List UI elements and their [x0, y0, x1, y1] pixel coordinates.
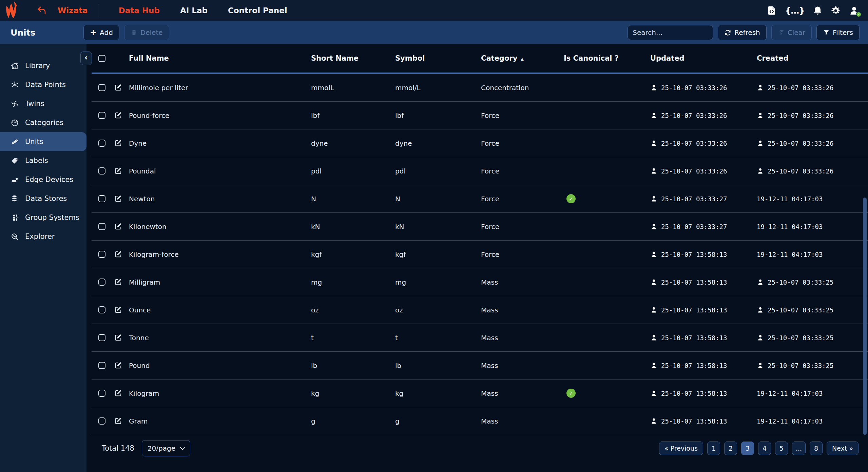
row-checkbox[interactable]	[98, 417, 105, 425]
nav-data-hub[interactable]: Data Hub	[119, 6, 160, 15]
pagination-previous-button[interactable]: « Previous	[659, 442, 703, 455]
sidebar-item-edge-devices[interactable]: Edge Devices	[0, 170, 86, 189]
explorer-icon	[10, 232, 19, 241]
column-header-full-name[interactable]: Full Name	[129, 54, 311, 62]
table-header: Full NameShort NameSymbolCategory▲Is Can…	[92, 44, 868, 74]
page-size-select[interactable]: 20/page	[142, 440, 190, 456]
pagination-page-2[interactable]: 2	[724, 442, 737, 455]
filter-icon	[823, 29, 830, 36]
edit-icon[interactable]	[114, 306, 129, 314]
edit-icon[interactable]	[114, 195, 129, 203]
pagination-page-1[interactable]: 1	[707, 442, 720, 455]
pagination-page-8[interactable]: 8	[810, 442, 823, 455]
braces-icon[interactable]: {…}	[785, 6, 805, 16]
cell-full-name: Millimole per liter	[129, 84, 311, 92]
pagination-page-3[interactable]: 3	[741, 442, 754, 455]
edit-icon[interactable]	[114, 223, 129, 230]
file-code-icon[interactable]	[767, 5, 777, 16]
search-input[interactable]	[628, 25, 713, 40]
sidebar-item-label: Data Stores	[25, 194, 67, 203]
cell-category: Mass	[481, 417, 564, 425]
pagination-page-[interactable]: ...	[792, 442, 806, 455]
nav-ai-lab[interactable]: AI Lab	[180, 6, 208, 15]
column-header-category[interactable]: Category▲	[481, 54, 564, 62]
edit-icon[interactable]	[114, 139, 129, 147]
sidebar-item-label: Library	[25, 62, 50, 70]
table-row: PoundlblbMass25-10-07 13:58:1325-10-07 0…	[92, 352, 868, 379]
column-header-is-canonical[interactable]: Is Canonical ?	[564, 54, 650, 62]
row-checkbox[interactable]	[98, 390, 105, 397]
sidebar-item-data-points[interactable]: Data Points	[0, 75, 86, 94]
row-checkbox[interactable]	[98, 195, 105, 202]
nav-wizata[interactable]: Wizata	[58, 6, 88, 15]
row-checkbox[interactable]	[98, 84, 105, 91]
row-checkbox[interactable]	[98, 112, 105, 119]
plus-icon: +	[90, 28, 97, 37]
user-icon	[757, 167, 764, 175]
wizata-flame-icon[interactable]	[3, 1, 19, 20]
cell-updated: 25-10-07 13:58:13	[650, 306, 757, 314]
column-header-updated[interactable]: Updated	[650, 54, 757, 62]
pagination-next-button[interactable]: Next »	[827, 442, 859, 455]
filters-button[interactable]: Filters	[816, 25, 860, 40]
delete-button[interactable]: Delete	[124, 25, 169, 40]
edit-icon[interactable]	[114, 417, 129, 425]
vertical-scrollbar[interactable]	[863, 198, 867, 435]
sidebar-item-data-stores[interactable]: Data Stores	[0, 189, 86, 208]
clear-filters-button[interactable]: Clear	[771, 25, 812, 40]
column-header-created[interactable]: Created	[757, 54, 868, 62]
nav-control-panel[interactable]: Control Panel	[228, 6, 287, 15]
cell-short-name: kgf	[311, 250, 395, 259]
cell-is-canonical: ✓	[564, 389, 650, 398]
edit-icon[interactable]	[114, 362, 129, 369]
back-arrow-icon[interactable]	[37, 5, 47, 16]
cell-full-name: Kilogram	[129, 389, 311, 397]
sidebar-item-explorer[interactable]: Explorer	[0, 227, 86, 246]
edit-icon[interactable]	[114, 250, 129, 258]
user-avatar-icon[interactable]: ✓	[849, 5, 860, 16]
user-icon	[650, 140, 657, 147]
row-checkbox[interactable]	[98, 306, 105, 313]
sidebar-item-twins[interactable]: Twins	[0, 94, 86, 113]
edit-icon[interactable]	[114, 278, 129, 286]
pagination-page-4[interactable]: 4	[758, 442, 771, 455]
units-icon	[10, 138, 19, 146]
column-header-symbol[interactable]: Symbol	[395, 54, 481, 62]
cell-symbol: oz	[395, 306, 481, 314]
cell-updated: 25-10-07 13:58:13	[650, 362, 757, 369]
cell-short-name: kg	[311, 389, 395, 397]
row-checkbox[interactable]	[98, 362, 105, 369]
sidebar-item-library[interactable]: Library	[0, 56, 86, 75]
bell-icon[interactable]	[813, 6, 823, 16]
row-checkbox[interactable]	[98, 334, 105, 341]
column-header-short-name[interactable]: Short Name	[311, 54, 395, 62]
edit-icon[interactable]	[114, 111, 129, 119]
cell-updated: 25-10-07 03:33:27	[650, 223, 757, 230]
table-row: TonnettMass25-10-07 13:58:1325-10-07 03:…	[92, 324, 868, 352]
add-button[interactable]: + Add	[83, 25, 119, 40]
canonical-check-icon: ✓	[566, 194, 576, 203]
twins-icon	[10, 100, 19, 108]
edit-icon[interactable]	[114, 84, 129, 91]
row-checkbox[interactable]	[98, 223, 105, 230]
refresh-button[interactable]: Refresh	[718, 25, 767, 40]
row-checkbox[interactable]	[98, 251, 105, 258]
select-all-checkbox[interactable]	[98, 55, 105, 62]
user-icon	[650, 362, 657, 369]
sidebar-item-group-systems[interactable]: Group Systems	[0, 208, 86, 227]
edge-devices-icon	[10, 176, 19, 184]
gear-icon[interactable]	[831, 6, 841, 16]
page-title: Units	[0, 28, 83, 38]
sidebar-item-categories[interactable]: Categories	[0, 113, 86, 132]
row-checkbox[interactable]	[98, 167, 105, 175]
row-checkbox[interactable]	[98, 279, 105, 286]
row-checkbox[interactable]	[98, 140, 105, 147]
edit-icon[interactable]	[114, 334, 129, 342]
sidebar-item-units[interactable]: Units	[0, 132, 86, 151]
sidebar-item-label: Group Systems	[25, 213, 79, 222]
refresh-icon	[724, 29, 731, 36]
edit-icon[interactable]	[114, 389, 129, 397]
pagination-page-5[interactable]: 5	[775, 442, 788, 455]
sidebar-item-labels[interactable]: Labels	[0, 151, 86, 170]
edit-icon[interactable]	[114, 167, 129, 175]
